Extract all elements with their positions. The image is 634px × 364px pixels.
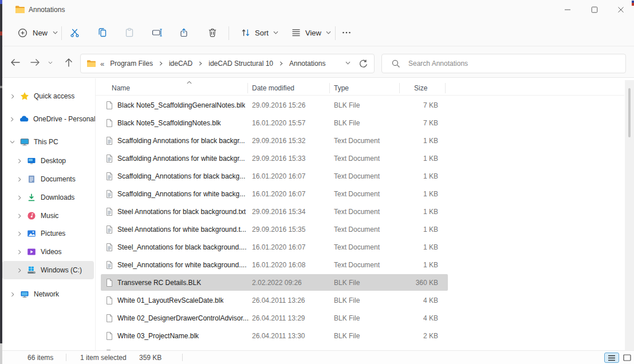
column-divider[interactable] [399,83,400,93]
address-dropdown-chevron-icon[interactable] [345,61,351,65]
sidebar-item-label: Quick access [34,92,74,100]
up-button[interactable] [60,54,78,71]
table-row[interactable]: Transverse RC Details.BLK2.02.2022 09:26… [96,274,624,291]
file-name: Scaffolding_Annotations for white backg.… [117,185,245,203]
table-row[interactable]: Steel_Annotations for white background..… [96,256,624,274]
rename-button[interactable] [146,22,168,43]
table-row[interactable]: White 03_ProjectName.blk26.04.2011 13:30… [96,327,624,345]
chevron-right-icon[interactable] [16,158,22,164]
column-divider[interactable] [247,83,248,93]
table-row[interactable]: White 01_LayoutRevScaleDate.blk26.04.201… [96,291,624,309]
large-thumbnails-view-button[interactable] [621,353,633,363]
arrow-right-icon [30,58,40,67]
breadcrumb-chevron-icon[interactable] [198,61,203,66]
file-name: Steel_Annotations for white background..… [117,256,246,274]
share-button[interactable] [174,22,195,43]
search-box[interactable] [381,54,626,73]
file-name: White 02_DesignerDrawerControlAdvisor...… [117,309,249,327]
list-scrollbar[interactable] [625,80,634,350]
chevron-right-icon[interactable] [16,176,22,183]
column-header-type[interactable]: Type [334,84,349,92]
folder-icon [86,60,96,68]
sidebar-item-documents[interactable]: Documents [2,170,94,188]
see-more-button[interactable] [338,22,355,43]
sidebar-item-downloads[interactable]: Downloads [2,188,94,207]
table-row[interactable]: Scaffolding_Annotations for white backg.… [96,185,624,203]
table-row[interactable]: Steel Annotations for white background.t… [96,220,624,238]
forward-button[interactable] [26,54,44,71]
back-button[interactable] [6,54,25,71]
refresh-icon[interactable] [359,59,368,69]
table-row[interactable]: Scaffolding_Annotations for black backg.… [96,167,624,185]
recent-locations-button[interactable] [44,54,57,71]
sort-button[interactable]: Sort [236,22,283,43]
sidebar-item-network[interactable]: Network [2,285,94,303]
chevron-right-icon[interactable] [16,213,22,219]
sidebar-item-this-pc[interactable]: This PC [2,133,94,151]
scrollbar-thumb[interactable] [628,88,631,137]
toolbar-separator [335,26,336,40]
table-row[interactable]: Black Note5_ScaffoldingGeneralNotes.blk2… [96,96,624,114]
breadcrumb-item[interactable]: Program Files [108,58,155,69]
column-header-name[interactable]: Name [112,84,130,92]
chevron-right-icon[interactable] [16,195,22,201]
chevron-right-icon[interactable] [16,267,22,274]
chevron-down-icon[interactable] [9,139,15,145]
close-button[interactable] [608,0,633,19]
blk-file-icon [105,345,114,350]
sidebar-item-label: Downloads [41,193,74,201]
breadcrumb-chevron-icon[interactable] [279,61,283,66]
breadcrumb-item[interactable]: ideCAD [167,58,194,69]
column-header-date-modified[interactable]: Date modified [252,84,294,92]
blk-file-icon [105,327,114,345]
cut-button[interactable] [64,22,86,43]
maximize-button[interactable] [581,0,607,19]
sidebar-item-pictures[interactable]: Pictures [2,224,94,243]
table-row[interactable]: Steel_Annotations for black background..… [96,238,624,256]
sidebar-item-onedrive-personal[interactable]: OneDrive - Personal [2,110,94,128]
table-row-partial[interactable] [96,345,624,350]
chevron-right-icon[interactable] [9,93,15,100]
chevron-right-icon[interactable] [9,116,15,122]
file-date-modified: 29.09.2016 15:34 [252,203,305,220]
sidebar-item-label: Windows (C:) [41,266,82,274]
minimize-button[interactable] [554,0,580,19]
column-divider[interactable] [329,83,330,93]
chevron-right-icon[interactable] [9,291,15,298]
chevron-right-icon[interactable] [16,249,22,255]
column-header-size[interactable]: Size [414,84,427,92]
copy-button[interactable] [92,22,113,43]
breadcrumb-chevron-icon[interactable] [159,61,163,66]
table-row[interactable]: Steel Annotations for black background.t… [96,203,624,220]
paste-button[interactable] [119,22,140,43]
sidebar-item-music[interactable]: Music [2,207,94,225]
chevron-right-icon[interactable] [16,231,22,237]
new-button[interactable]: New [11,22,64,43]
details-view-button[interactable] [604,353,619,363]
table-row[interactable]: Scaffolding Annotations for black backgr… [96,132,624,149]
text-file-icon [105,220,114,238]
table-row[interactable]: White 02_DesignerDrawerControlAdvisor...… [96,309,624,327]
sidebar-item-videos[interactable]: Videos [2,243,94,261]
sidebar-item-label: Videos [41,248,61,256]
table-row[interactable]: Scaffolding Annotations for white backgr… [96,149,624,167]
titlebar[interactable]: Annotations [0,0,634,19]
search-input[interactable] [407,59,620,68]
breadcrumb-item[interactable]: Annotations [288,58,327,69]
view-button[interactable]: View [286,22,336,43]
sidebar-item-windows-c[interactable]: Windows (C:) [2,261,94,279]
breadcrumb-item[interactable]: ideCAD Structural 10 [207,58,275,69]
sidebar-item-label: Music [41,212,58,220]
blk-file-icon [105,96,114,114]
sidebar-item-label: Pictures [41,230,65,238]
address-bar[interactable]: « Program FilesideCADideCAD Structural 1… [80,54,375,73]
breadcrumb-overflow[interactable]: « [100,60,104,68]
table-row[interactable]: Black Note5_ScaffoldingNotes.blk16.01.20… [96,114,624,132]
delete-button[interactable] [202,22,223,43]
arrow-left-icon [10,58,21,67]
sidebar-item-desktop[interactable]: Desktop [2,152,94,170]
column-divider[interactable] [445,83,446,93]
sidebar-item-label: Documents [41,175,76,183]
sidebar-item-quick-access[interactable]: Quick access [2,87,94,105]
window-title: Annotations [29,6,65,14]
